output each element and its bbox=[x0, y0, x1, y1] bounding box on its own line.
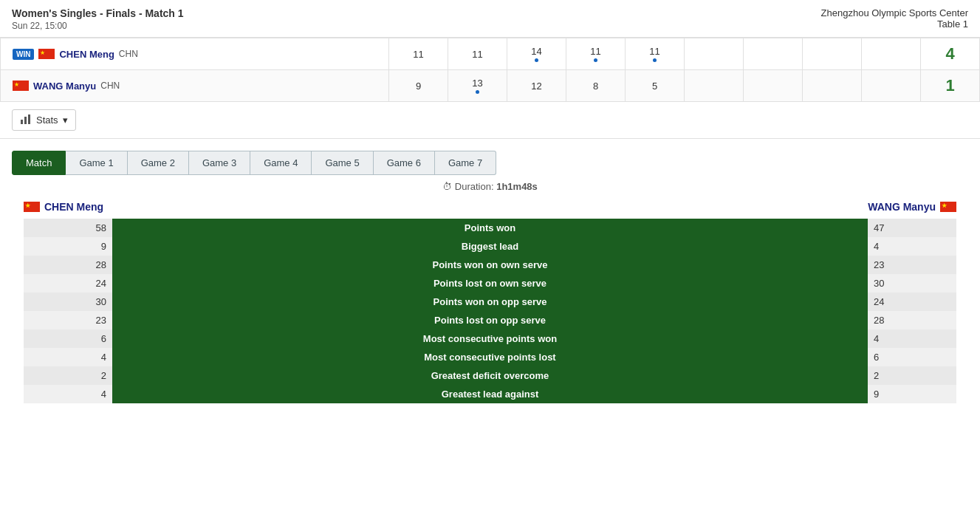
player-country-0: CHN bbox=[119, 49, 138, 59]
final-score-1: 1 bbox=[921, 70, 980, 102]
player-name-1: WANG Manyu bbox=[33, 81, 96, 92]
score-0-game1: 11 bbox=[389, 38, 448, 70]
stat-left-0: 58 bbox=[24, 219, 112, 237]
score-table: WINCHEN Meng CHN11111411114WANG Manyu CH… bbox=[0, 37, 980, 102]
score-1-game7 bbox=[744, 70, 803, 102]
score-0-game6 bbox=[685, 38, 744, 70]
stat-row: 6Most consecutive points won4 bbox=[24, 329, 956, 348]
empty-0-0 bbox=[803, 38, 862, 70]
tab-game-1[interactable]: Game 1 bbox=[66, 151, 127, 175]
player-name-0: CHEN Meng bbox=[59, 49, 114, 60]
clock-icon: ⏱ bbox=[442, 181, 452, 192]
tab-game-4[interactable]: Game 4 bbox=[250, 151, 312, 175]
score-dot bbox=[476, 90, 479, 94]
player2-name: WANG Manyu bbox=[868, 201, 936, 213]
player-country-1: CHN bbox=[100, 81, 120, 91]
stat-right-4: 24 bbox=[868, 293, 956, 311]
stat-label-8: Greatest deficit overcome bbox=[112, 366, 868, 385]
stat-row: 28Points won on own serve23 bbox=[24, 256, 956, 274]
table-info: Table 1 bbox=[821, 18, 968, 30]
stat-left-4: 30 bbox=[24, 293, 112, 311]
stat-left-7: 4 bbox=[24, 348, 112, 366]
stat-right-7: 6 bbox=[868, 348, 956, 366]
win-badge: WIN bbox=[13, 49, 34, 60]
match-datetime: Sun 22, 15:00 bbox=[12, 21, 184, 31]
score-dot bbox=[594, 58, 597, 62]
tab-game-7[interactable]: Game 7 bbox=[435, 151, 496, 175]
score-1-game3: 12 bbox=[507, 70, 566, 102]
tab-game-5[interactable]: Game 5 bbox=[312, 151, 373, 175]
stat-row: 24Points lost on own serve30 bbox=[24, 274, 956, 293]
stat-label-3: Points lost on own serve bbox=[112, 274, 868, 293]
page-container: Women's Singles - Finals - Match 1 Sun 2… bbox=[0, 0, 980, 415]
stat-row: 4Most consecutive points lost6 bbox=[24, 348, 956, 366]
stat-label-4: Points won on opp serve bbox=[112, 293, 868, 311]
stat-row: 58Points won47 bbox=[24, 219, 956, 237]
stat-label-2: Points won on own serve bbox=[112, 256, 868, 274]
stat-left-6: 6 bbox=[24, 329, 112, 348]
player1-flag bbox=[24, 202, 40, 212]
players-header: CHEN Meng WANG Manyu bbox=[24, 201, 956, 219]
stats-section: CHEN Meng WANG Manyu 58Points won479Bigg… bbox=[12, 201, 968, 415]
score-dot bbox=[653, 58, 657, 62]
stat-left-8: 2 bbox=[24, 366, 112, 385]
player1-cell: WINCHEN Meng CHN bbox=[1, 38, 389, 70]
flag-0 bbox=[38, 49, 55, 59]
stat-right-0: 47 bbox=[868, 219, 956, 237]
venue-name: Zhengzhou Olympic Sports Center bbox=[821, 7, 968, 18]
stats-dropdown[interactable]: Stats ▾ bbox=[12, 109, 76, 131]
tab-game-3[interactable]: Game 3 bbox=[189, 151, 250, 175]
player1-header: CHEN Meng bbox=[24, 201, 103, 213]
empty-0-1 bbox=[862, 38, 921, 70]
score-0-game4: 11 bbox=[566, 38, 626, 70]
stat-label-7: Most consecutive points lost bbox=[112, 348, 868, 366]
stat-right-9: 9 bbox=[868, 385, 956, 403]
score-1-game4: 8 bbox=[566, 70, 626, 102]
score-1-game5: 5 bbox=[626, 70, 685, 102]
score-0-game7 bbox=[744, 38, 803, 70]
header-left: Women's Singles - Finals - Match 1 Sun 2… bbox=[12, 7, 184, 31]
stat-row: 2Greatest deficit overcome2 bbox=[24, 366, 956, 385]
stat-right-5: 28 bbox=[868, 311, 956, 329]
duration-value: 1h1m48s bbox=[496, 181, 538, 192]
duration-row: ⏱ Duration: 1h1m48s bbox=[12, 175, 968, 201]
stat-label-0: Points won bbox=[112, 219, 868, 237]
score-0-game3: 14 bbox=[507, 38, 566, 70]
stat-right-3: 30 bbox=[868, 274, 956, 293]
score-dot bbox=[535, 58, 538, 62]
stat-right-8: 2 bbox=[868, 366, 956, 385]
stat-right-1: 4 bbox=[868, 237, 956, 256]
stat-left-1: 9 bbox=[24, 237, 112, 256]
score-0-game2: 11 bbox=[448, 38, 507, 70]
stat-left-2: 28 bbox=[24, 256, 112, 274]
stat-row: 23Points lost on opp serve28 bbox=[24, 311, 956, 329]
flag-1 bbox=[13, 81, 29, 91]
player2-header: WANG Manyu bbox=[868, 201, 956, 213]
stat-label-9: Greatest lead against bbox=[112, 385, 868, 403]
stat-left-5: 23 bbox=[24, 311, 112, 329]
tab-game-6[interactable]: Game 6 bbox=[374, 151, 435, 175]
score-1-game2: 13 bbox=[448, 70, 507, 102]
stat-label-5: Points lost on opp serve bbox=[112, 311, 868, 329]
player2-flag bbox=[940, 202, 956, 212]
chart-icon bbox=[20, 114, 32, 126]
tab-match[interactable]: Match bbox=[12, 151, 66, 175]
stat-label-6: Most consecutive points won bbox=[112, 329, 868, 348]
stat-row: 30Points won on opp serve24 bbox=[24, 293, 956, 311]
match-title: Women's Singles - Finals - Match 1 bbox=[12, 7, 184, 19]
score-1-game6 bbox=[685, 70, 744, 102]
stat-right-6: 4 bbox=[868, 329, 956, 348]
score-0-game5: 11 bbox=[626, 38, 685, 70]
empty-1-1 bbox=[862, 70, 921, 102]
tab-game-2[interactable]: Game 2 bbox=[128, 151, 189, 175]
player1-name: CHEN Meng bbox=[44, 201, 103, 213]
final-score-0: 4 bbox=[921, 38, 980, 70]
stat-right-2: 23 bbox=[868, 256, 956, 274]
stat-left-3: 24 bbox=[24, 274, 112, 293]
svg-rect-1 bbox=[24, 117, 27, 124]
header-right: Zhengzhou Olympic Sports Center Table 1 bbox=[821, 7, 968, 31]
dropdown-arrow-icon: ▾ bbox=[63, 114, 68, 126]
score-1-game1: 9 bbox=[389, 70, 448, 102]
controls-bar: Stats ▾ bbox=[0, 102, 980, 139]
stat-label-1: Biggest lead bbox=[112, 237, 868, 256]
